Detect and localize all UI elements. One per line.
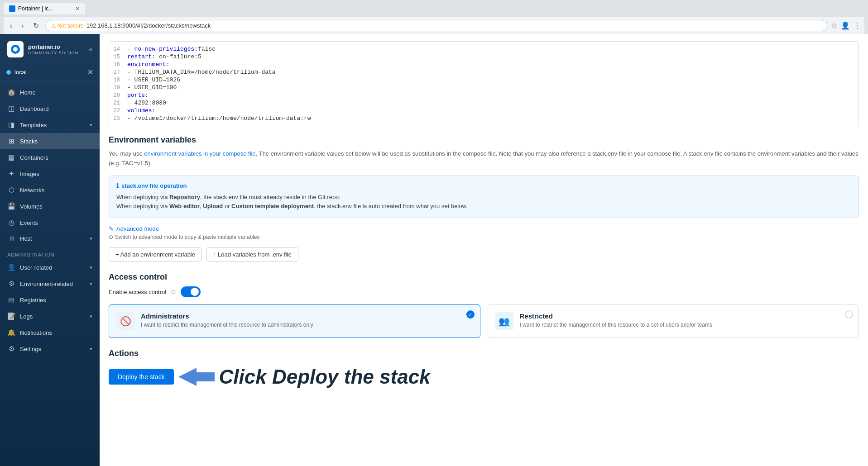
sidebar-item-events-label: Events bbox=[20, 219, 38, 226]
enable-access-label: Enable access control bbox=[109, 289, 166, 295]
sidebar-item-logs[interactable]: 📝 Logs ▾ bbox=[0, 308, 100, 324]
actions-title: Actions bbox=[109, 349, 859, 358]
administrators-card[interactable]: 🚫 Administrators I want to restrict the … bbox=[109, 304, 480, 338]
sidebar-item-user-related[interactable]: 👤 User-related ▾ bbox=[0, 259, 100, 276]
content-body: Environment variables You may use enviro… bbox=[100, 126, 868, 406]
sidebar-item-stacks-label: Stacks bbox=[20, 138, 38, 145]
home-icon: 🏠 bbox=[7, 88, 15, 96]
add-env-variable-button[interactable]: + Add an environment variable bbox=[109, 247, 202, 262]
code-line-19: 19 - USER_GID=100 bbox=[109, 84, 858, 91]
toolbar-right: ☆ 👤 ⋮ bbox=[831, 21, 861, 30]
sidebar-item-host[interactable]: 🖥 Host ▾ bbox=[0, 231, 100, 247]
user-related-icon: 👤 bbox=[7, 263, 15, 271]
sidebar-item-registries[interactable]: ▤ Registries bbox=[0, 292, 100, 308]
sidebar-item-home[interactable]: 🏠 Home bbox=[0, 84, 100, 100]
sidebar-item-registries-label: Registries bbox=[20, 297, 46, 304]
templates-icon: ◨ bbox=[7, 121, 15, 129]
sidebar-item-stacks[interactable]: ⊞ Stacks bbox=[0, 133, 100, 149]
tab-close-btn[interactable]: ✕ bbox=[75, 5, 80, 12]
user-related-chevron-icon: ▾ bbox=[90, 265, 92, 271]
sidebar-item-volumes[interactable]: 💾 Volumes bbox=[0, 198, 100, 214]
advanced-mode-row: ✎ Advanced mode bbox=[109, 225, 859, 232]
sidebar-item-env-related[interactable]: ⚙ Environment-related ▾ bbox=[0, 276, 100, 292]
notifications-icon: 🔔 bbox=[7, 328, 15, 337]
sidebar-item-notifications-label: Notifications bbox=[20, 329, 52, 336]
logo-text-block: portainer.io COMMUNITY EDITION bbox=[28, 43, 78, 55]
deploy-row: Deploy the stack Click Deploy the stack bbox=[109, 366, 859, 388]
env-related-icon: ⚙ bbox=[7, 280, 15, 288]
info-icon: ℹ bbox=[116, 182, 119, 189]
access-control-toggle[interactable] bbox=[181, 286, 201, 297]
restricted-desc: I want to restrict the management of thi… bbox=[520, 322, 713, 328]
url-display: 192.168.1.18:9000/#!/2/docker/stacks/new… bbox=[86, 22, 211, 29]
logo-icon bbox=[7, 41, 24, 57]
help-icon: ⊙ bbox=[171, 288, 176, 295]
sidebar-item-containers-label: Containers bbox=[20, 154, 48, 161]
sidebar-logo: portainer.io COMMUNITY EDITION « bbox=[0, 34, 100, 63]
advanced-mode-link[interactable]: Advanced mode bbox=[116, 225, 159, 232]
sidebar-item-events[interactable]: ◷ Events bbox=[0, 214, 100, 231]
administrators-radio[interactable] bbox=[466, 310, 475, 319]
active-tab[interactable]: Portainer | lc... ✕ bbox=[4, 3, 85, 14]
access-control-title: Access control bbox=[109, 272, 859, 282]
sidebar: portainer.io COMMUNITY EDITION « local ✕… bbox=[0, 34, 100, 466]
events-icon: ◷ bbox=[7, 219, 15, 227]
sidebar-item-host-label: Host bbox=[20, 235, 32, 242]
browser-chrome: Portainer | lc... ✕ ‹ › ↻ ⚠ Not secure 1… bbox=[0, 0, 868, 34]
host-chevron-icon: ▾ bbox=[90, 236, 92, 242]
code-line-16: 16 environment: bbox=[109, 61, 858, 68]
code-line-14: 14 - no-new-privileges:false bbox=[109, 45, 858, 53]
sidebar-item-containers[interactable]: ▦ Containers bbox=[0, 149, 100, 166]
menu-icon[interactable]: ⋮ bbox=[854, 21, 861, 30]
access-control-section: Access control Enable access control ⊙ 🚫 bbox=[109, 272, 859, 338]
logs-icon: 📝 bbox=[7, 312, 15, 320]
sidebar-item-dashboard[interactable]: ◫ Dashboard bbox=[0, 100, 100, 117]
sidebar-item-templates[interactable]: ◨ Templates ▾ bbox=[0, 117, 100, 133]
load-env-file-button[interactable]: ↑ Load variables from .env file bbox=[206, 247, 298, 262]
advanced-mode-hint: ⊙ Switch to advanced mode to copy & past… bbox=[109, 234, 859, 240]
sidebar-item-networks[interactable]: ⬡ Networks bbox=[0, 182, 100, 198]
forward-button[interactable]: › bbox=[19, 21, 26, 31]
sidebar-env-row: local ✕ bbox=[0, 63, 100, 81]
env-variables-link[interactable]: environment variables in your compose fi… bbox=[144, 150, 255, 157]
code-line-18: 18 - USER_UID=1026 bbox=[109, 76, 858, 84]
code-line-20: 20 ports: bbox=[109, 91, 858, 99]
env-close-btn[interactable]: ✕ bbox=[87, 68, 93, 76]
settings-chevron-icon: ▾ bbox=[90, 346, 92, 352]
sidebar-item-images[interactable]: ✦ Images bbox=[0, 166, 100, 182]
profile-icon[interactable]: 👤 bbox=[841, 21, 850, 30]
code-line-21: 21 - 4292:8080 bbox=[109, 99, 858, 107]
bookmark-icon[interactable]: ☆ bbox=[831, 21, 837, 30]
env-variables-title: Environment variables bbox=[109, 135, 859, 145]
admin-section-label: Administration bbox=[0, 247, 100, 259]
sidebar-item-networks-label: Networks bbox=[20, 187, 44, 194]
main-content: 14 - no-new-privileges:false 15 restart:… bbox=[100, 34, 868, 466]
containers-icon: ▦ bbox=[7, 153, 15, 162]
edit-icon: ✎ bbox=[109, 225, 114, 232]
deploy-stack-button[interactable]: Deploy the stack bbox=[109, 369, 174, 385]
code-line-22: 22 volumes: bbox=[109, 107, 858, 114]
sidebar-item-logs-label: Logs bbox=[20, 313, 33, 320]
restricted-card[interactable]: 👥 Restricted I want to restrict the mana… bbox=[488, 304, 859, 338]
sidebar-collapse-btn[interactable]: « bbox=[89, 46, 92, 53]
tab-favicon bbox=[9, 5, 15, 12]
browser-tabs: Portainer | lc... ✕ bbox=[4, 3, 864, 14]
sidebar-item-dashboard-label: Dashboard bbox=[20, 105, 49, 112]
code-editor[interactable]: 14 - no-new-privileges:false 15 restart:… bbox=[109, 41, 859, 126]
sidebar-item-notifications[interactable]: 🔔 Notifications bbox=[0, 324, 100, 341]
back-button[interactable]: ‹ bbox=[7, 21, 15, 31]
reload-button[interactable]: ↻ bbox=[30, 20, 42, 31]
administrators-desc: I want to restrict the management of thi… bbox=[141, 322, 313, 328]
sidebar-item-volumes-label: Volumes bbox=[20, 203, 43, 210]
stacks-icon: ⊞ bbox=[7, 137, 15, 145]
code-line-23: 23 - /volume1/docker/trilium:/home/node/… bbox=[109, 114, 858, 122]
address-bar[interactable]: ⚠ Not secure 192.168.1.18:9000/#!/2/dock… bbox=[45, 20, 827, 31]
templates-chevron-icon: ▾ bbox=[90, 122, 92, 128]
svg-point-1 bbox=[13, 47, 18, 52]
restricted-info: Restricted I want to restrict the manage… bbox=[520, 312, 713, 328]
sidebar-item-settings[interactable]: ⚙ Settings ▾ bbox=[0, 341, 100, 357]
restricted-radio[interactable] bbox=[845, 310, 853, 319]
code-line-15: 15 restart: on-failure:5 bbox=[109, 53, 858, 61]
sidebar-item-images-label: Images bbox=[20, 171, 39, 177]
stack-env-info-box: ℹ stack.env file operation When deployin… bbox=[109, 176, 859, 219]
